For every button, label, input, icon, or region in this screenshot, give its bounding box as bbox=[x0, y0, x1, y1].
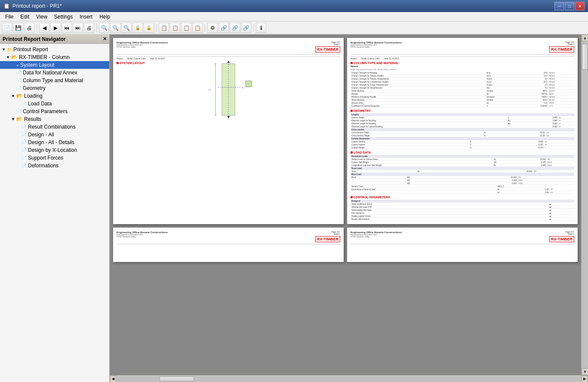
page-icon: 📄 bbox=[16, 78, 22, 83]
ctrl-dispsupp-val: ■ bbox=[549, 215, 574, 218]
toolbar-print-preview[interactable]: 🖨 bbox=[24, 23, 34, 33]
menu-file[interactable]: File bbox=[2, 13, 17, 21]
toolbar-copy3[interactable]: 📋 bbox=[181, 23, 191, 33]
ctrl-dispdeform-label: Display deformations bbox=[351, 218, 549, 221]
p2-model: Model: Column 1.dlm bbox=[361, 58, 380, 60]
menu-insert[interactable]: Insert bbox=[76, 13, 96, 21]
hscroll-left-button[interactable]: ◀ bbox=[110, 376, 117, 382]
page-icon: 📄 bbox=[22, 140, 27, 145]
hscroll-track[interactable] bbox=[117, 376, 581, 382]
toolbar-first[interactable]: ⏮ bbox=[62, 23, 72, 33]
tree-item-systemlayout[interactable]: ● System Layout bbox=[0, 61, 109, 69]
scroll-up-button[interactable]: ▲ bbox=[582, 34, 588, 41]
section-systemlayout-label: SYSTEM LAYOUT bbox=[120, 62, 145, 65]
geo-eff-y-sym: lky bbox=[507, 119, 527, 122]
toolbar-zoom-out[interactable]: 🔍 bbox=[110, 23, 120, 33]
tree-item-designall[interactable]: 📄 Design - All bbox=[0, 131, 109, 139]
menu-settings[interactable]: Settings bbox=[51, 13, 76, 21]
tree-item-columntype[interactable]: 📄 Column Type and Material bbox=[0, 77, 109, 84]
tree-item-national[interactable]: 📄 Data for National Annex bbox=[0, 69, 109, 77]
vertical-scrollbar[interactable]: ▲ ▼ bbox=[581, 34, 588, 375]
scroll-down-button[interactable]: ▼ bbox=[582, 368, 588, 375]
tree-item-deformations[interactable]: 📄 Deformations bbox=[0, 162, 109, 169]
ld-wind3-val: 0.000 bbox=[448, 182, 517, 185]
toolbar-lock[interactable]: 🔒 bbox=[132, 23, 143, 33]
scroll-track[interactable] bbox=[582, 41, 588, 368]
toolbar-sep4 bbox=[205, 24, 205, 32]
toolbar-last[interactable]: ⏭ bbox=[73, 23, 83, 33]
load-perm-table: Vertical Load on Column HeadGL10.000kN C… bbox=[351, 158, 574, 167]
toolbar-unlock[interactable]: 🔓 bbox=[144, 23, 154, 33]
window-controls[interactable]: ─ □ ✕ bbox=[554, 2, 585, 10]
toolbar-zoom-in[interactable]: 🔍 bbox=[99, 23, 109, 33]
ctrl-str-label: Ultimate limit state STR bbox=[351, 206, 549, 209]
toolbar-save[interactable]: 💾 bbox=[13, 23, 23, 33]
geo-colparams-header: Column Parameters bbox=[351, 137, 574, 140]
geo-cs-table: Cross-Section Widthb22.00cm Cross-Sectio… bbox=[351, 131, 574, 137]
tree-label-deformations: Deformations bbox=[28, 163, 58, 169]
navigator-panel: Printout Report Navigator ✕ ▼ 📁 Printout… bbox=[0, 34, 110, 382]
toolbar-copy1[interactable]: 📋 bbox=[159, 23, 169, 33]
toolbar-link2[interactable]: 🔗 bbox=[230, 23, 240, 33]
geo-eff-y-unit: m bbox=[558, 119, 574, 122]
bp3-header: Engineering Office Bavaria Constructions… bbox=[117, 231, 340, 244]
tree-item-designdetails[interactable]: 📄 Design - All - Details bbox=[0, 139, 109, 146]
prop-compperp-label: Charact. Strength for Comp. Perpendicula… bbox=[351, 83, 486, 86]
tree-item-loading[interactable]: ▼ 📂 Loading bbox=[0, 92, 109, 100]
prop-elastic-sym: E0,mean bbox=[486, 96, 518, 99]
toolbar-copy4[interactable]: 📋 bbox=[192, 23, 203, 33]
ld-wall-val: 2.400 bbox=[513, 164, 547, 167]
menu-edit[interactable]: Edit bbox=[17, 13, 33, 21]
page-icon: 📄 bbox=[22, 102, 27, 106]
geo-eff-y-label: Effective Length for Buckling bbox=[351, 119, 507, 122]
tree-item-rxtimber[interactable]: ▼ 📂 RX-TIMBER - Column bbox=[0, 53, 109, 61]
maximize-button[interactable]: □ bbox=[565, 2, 574, 10]
prop-denschar-sym: ρk bbox=[486, 102, 518, 105]
toolbar-new[interactable]: 📄 bbox=[2, 23, 12, 33]
hscroll-right-button[interactable]: ▶ bbox=[581, 376, 588, 382]
svg-text:z: z bbox=[229, 61, 231, 63]
expand-icon: ▼ bbox=[2, 47, 6, 52]
navigator-close[interactable]: ✕ bbox=[103, 36, 107, 42]
toolbar-link1[interactable]: 🔗 bbox=[219, 23, 229, 33]
tree-item-supportforces[interactable]: 📄 Support Forces bbox=[0, 154, 109, 162]
geo-eff-z-sym: lkz bbox=[507, 122, 527, 125]
ctrl-fireresist-val: ■ bbox=[549, 212, 574, 215]
page1-model: Model: Column 1.dlm bbox=[127, 58, 146, 60]
toolbar-print[interactable]: 🖨 bbox=[84, 23, 94, 33]
folder-icon: 📂 bbox=[11, 54, 18, 60]
tree-item-root[interactable]: ▼ 📁 Printout Report bbox=[0, 46, 109, 53]
toolbar-settings[interactable]: ⚙ bbox=[207, 23, 218, 33]
menu-help[interactable]: Help bbox=[96, 13, 114, 21]
hscroll-thumb[interactable] bbox=[160, 376, 194, 382]
toolbar-link3[interactable]: 🔗 bbox=[241, 23, 251, 33]
prop-compperp-unit: N/mm² bbox=[548, 83, 574, 86]
horizontal-scrollbar[interactable]: ◀ ▶ bbox=[110, 375, 588, 382]
tree-item-controlparams[interactable]: 📄 Control Parameters bbox=[0, 108, 109, 115]
tree-item-loaddata[interactable]: 📄 Load Data bbox=[0, 100, 109, 108]
toolbar-forward[interactable]: ▶ bbox=[50, 23, 61, 33]
geometry-dot bbox=[351, 110, 353, 112]
geo-height-sym: h bbox=[483, 134, 502, 137]
tree-item-resultcomb[interactable]: 📄 Result Combinations bbox=[0, 123, 109, 131]
content-area[interactable]: Engineering Office Bavaria Constructions… bbox=[110, 34, 581, 375]
expand-icon: ▼ bbox=[11, 94, 15, 98]
scroll-thumb[interactable] bbox=[582, 44, 588, 70]
toolbar-zoom-fit[interactable]: 🔍 bbox=[121, 23, 132, 33]
tree-item-results[interactable]: ▼ 📂 Results bbox=[0, 115, 109, 123]
expand-icon: ▼ bbox=[11, 117, 15, 121]
minimize-button[interactable]: ─ bbox=[554, 2, 564, 10]
prop-shear-label: Charact. Strength for Shear/Tension bbox=[351, 86, 486, 89]
prop-shearmod-label: Shear Modulus bbox=[351, 89, 486, 92]
geo-lat-label: Effective Length for Lateral Buckling bbox=[351, 125, 507, 128]
tree-item-designxloc[interactable]: 📄 Design by X-Location bbox=[0, 146, 109, 154]
close-button[interactable]: ✕ bbox=[575, 2, 585, 10]
prop-shearmod-val: 690.0 bbox=[518, 89, 548, 92]
prop-compperp-val: 2.5 bbox=[518, 83, 548, 86]
toolbar-info[interactable]: ℹ bbox=[256, 23, 266, 33]
menu-view[interactable]: View bbox=[33, 13, 51, 21]
toolbar-back[interactable]: ◀ bbox=[39, 23, 49, 33]
toolbar-copy2[interactable]: 📋 bbox=[170, 23, 180, 33]
ld-wind3-sym: W3 bbox=[406, 182, 449, 185]
tree-item-geometry[interactable]: 📄 Geometry bbox=[0, 84, 109, 92]
